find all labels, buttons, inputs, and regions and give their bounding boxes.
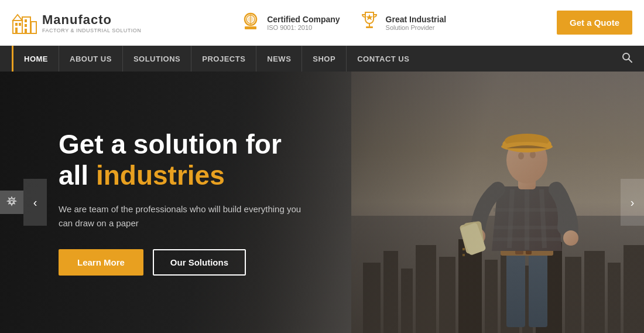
nav-item-news[interactable]: NEWS (256, 46, 302, 72)
svg-rect-5 (25, 19, 27, 22)
svg-rect-13 (245, 26, 256, 29)
logo-title: Manufacto (42, 12, 141, 28)
hero-heading-line1: Get a solution for (59, 129, 282, 159)
certified-title: Certified Company (267, 15, 340, 24)
hero-heading: Get a solution for all industries (59, 129, 304, 191)
svg-rect-7 (25, 29, 27, 33)
hero-subtext: We are team of the professionals who wil… (59, 202, 304, 230)
nav-item-shop[interactable]: SHOP (302, 46, 346, 72)
next-arrow-icon: › (631, 196, 635, 209)
svg-point-15 (248, 16, 254, 22)
trophy-icon (359, 10, 380, 35)
industrial-sub: Solution Provider (386, 24, 446, 31)
prev-arrow-icon: ‹ (33, 196, 37, 209)
certified-icon (240, 10, 261, 35)
nav-item-projects[interactable]: PROJECTS (191, 46, 256, 72)
hero-heading-plain: all (59, 160, 96, 191)
badge-certified: Certified Company ISO 9001: 2010 (240, 10, 340, 35)
site-header: Manufacto Factory & Industrial Solution … (0, 0, 644, 46)
svg-rect-9 (31, 22, 36, 33)
svg-rect-2 (19, 23, 21, 26)
our-solutions-button[interactable]: Our Solutions (153, 249, 246, 276)
svg-rect-1 (15, 23, 18, 26)
logo[interactable]: Manufacto Factory & Industrial Solution (12, 10, 141, 36)
svg-rect-3 (15, 28, 18, 33)
nav-item-home[interactable]: HOME (12, 46, 59, 72)
customizer-button[interactable] (0, 191, 23, 214)
svg-rect-6 (25, 24, 27, 27)
certified-sub: ISO 9001: 2010 (267, 24, 340, 31)
nav-item-contact[interactable]: CONTACT US (346, 46, 420, 72)
header-badges: Certified Company ISO 9001: 2010 Great I… (141, 10, 545, 35)
nav-items: HOME ABOUT US SOLUTIONS PROJECTS NEWS SH… (12, 46, 622, 72)
logo-text: Manufacto Factory & Industrial Solution (42, 12, 141, 33)
learn-more-button[interactable]: Learn More (59, 249, 143, 276)
industrial-title: Great Industrial (386, 15, 446, 24)
hero-buttons: Learn More Our Solutions (59, 249, 304, 276)
certified-text: Certified Company ISO 9001: 2010 (267, 15, 340, 31)
svg-marker-18 (366, 14, 373, 21)
svg-line-20 (629, 59, 632, 63)
logo-icon (12, 10, 37, 36)
industrial-text: Great Industrial Solution Provider (386, 15, 446, 31)
search-icon[interactable] (622, 52, 632, 65)
svg-marker-8 (13, 15, 22, 21)
nav-item-about[interactable]: ABOUT US (59, 46, 122, 72)
hero-next-button[interactable]: › (621, 179, 644, 226)
hero-section: ‹ Get a solution for all industries We a… (0, 72, 644, 333)
hero-heading-highlight: industries (96, 160, 225, 191)
badge-industrial: Great Industrial Solution Provider (359, 10, 446, 35)
nav-item-solutions[interactable]: SOLUTIONS (122, 46, 191, 72)
hero-prev-button[interactable]: ‹ (23, 179, 47, 226)
logo-subtitle: Factory & Industrial Solution (42, 28, 141, 33)
svg-rect-17 (366, 26, 373, 28)
gear-icon (6, 196, 18, 208)
main-navbar: HOME ABOUT US SOLUTIONS PROJECTS NEWS SH… (0, 46, 644, 72)
get-quote-button[interactable]: Get a Quote (557, 11, 632, 35)
